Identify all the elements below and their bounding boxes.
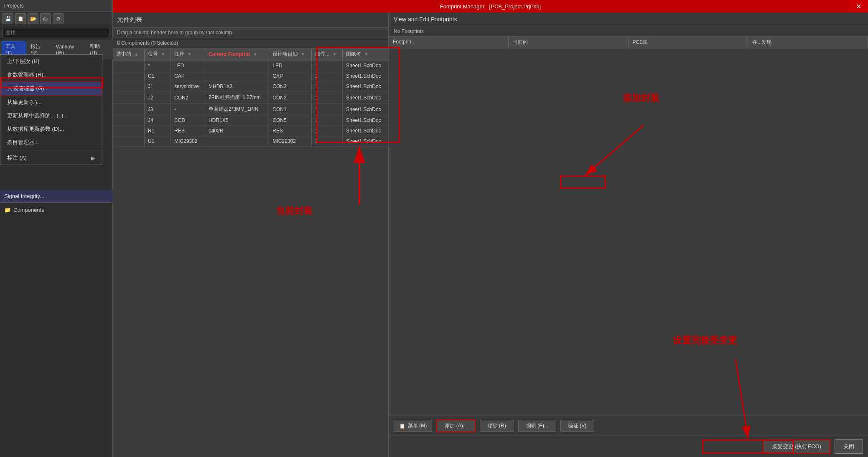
right-panel-columns: Footprin... 当前的 PCB库 在...发现 [389,37,868,48]
right-panel-content [389,48,868,416]
cell-part: 1 [312,92,343,104]
validate-button[interactable]: 验证 (V) [560,420,594,432]
menu-label: 菜单 (M) [408,422,427,429]
cell-design-id: CON1 [269,104,312,115]
sidebar-toolbar: 💾 📋 📂 🗂 ⚙ [0,12,112,26]
save-btn[interactable]: 💾 [3,13,13,24]
cell-comment: CCD [171,115,205,126]
cell-design-id: CAP [269,71,312,81]
table-row[interactable]: U1 MIC29302 MIC29302 1 Sheet1.SchDoc [113,136,388,147]
cell-comment: MIC29302 [171,136,205,147]
col-part: 部件... ▼ [312,48,343,60]
comp-panel-title: 元件列表 [117,16,142,23]
right-panel-status: No Footprints [389,26,868,37]
table-header-row: 选中的 ▲ 位号 ▼ 注释 ▼ Current Footprint ▼ 设计项目… [113,48,388,60]
cell-comment: RES [171,126,205,136]
cell-design-id: CON5 [269,115,312,126]
fm-titlebar: Footprint Manager - [PCB_Project.PrjPcb]… [113,0,868,13]
update-selected-label: 更新从库中选择的... (L)... [7,112,68,119]
menu-icon: 📋 [399,423,405,429]
cell-ref: R1 [145,126,171,136]
right-panel: View and Edit Footprints No Footprints F… [389,13,868,457]
menu-item-db-params[interactable]: 从数据库更新参数 (D)... [0,122,102,136]
fm-title: Footprint Manager - [PCB_Project.PrjPcb] [440,3,541,10]
cell-footprint: HDR1X5 [205,115,269,126]
cell-footprint: 2PIN杜邦插座_1.27mm [205,92,269,104]
right-panel-title: View and Edit Footprints [394,16,457,23]
comp-table[interactable]: 选中的 ▲ 位号 ▼ 注释 ▼ Current Footprint ▼ 设计项目… [113,48,388,457]
tree-icon: 📁 [4,207,11,213]
menu-item-item-manager[interactable]: 条目管理器... [0,136,102,149]
menu-item-layers[interactable]: 上/下层次 (H) [0,55,102,68]
open-btn[interactable]: 📂 [28,13,38,24]
add-button[interactable]: 添加 (A)... [436,419,475,432]
edit-button[interactable]: 编辑 (E)... [518,420,556,432]
close-icon: ✕ [856,3,861,10]
copy-btn[interactable]: 📋 [15,13,26,24]
cell-selected [113,71,145,81]
table-row[interactable]: J1 servo drive MHDR1X3 CON3 1 Sheet1.Sch… [113,81,388,92]
signal-integrity-item[interactable]: Signal Integrity... [0,190,113,203]
cell-design-id: CON3 [269,81,312,92]
cell-sheet: Sheet1.SchDoc [343,71,388,81]
tree-components-label: Components [13,207,44,213]
col-footprint-name: Footprin... [389,37,509,48]
annotation-label: 标注 (A) [7,154,27,162]
col-footprint: Current Footprint ▼ [205,48,269,60]
layers-label: 上/下层次 (H) [7,58,39,65]
settings-btn[interactable]: ⚙ [53,13,64,24]
menu-separator [0,150,102,150]
fm-bottom-bar: 接受变更 (执行ECO) 关闭 [389,436,868,457]
cell-comment: LED [171,60,205,71]
cell-selected [113,126,145,136]
col-selected: 选中的 ▲ [113,48,145,60]
cell-ref: J4 [145,115,171,126]
cell-ref: C1 [145,71,171,81]
menu-item-update-selected[interactable]: 更新从库中选择的... (L)... [0,109,102,122]
table-row[interactable]: R1 RES 0402R RES 1 Sheet1.SchDoc [113,126,388,136]
accept-changes-btn[interactable]: 接受变更 (执行ECO) [763,439,830,454]
annotation-arrow-icon: ▶ [91,155,95,161]
component-list-panel: 元件列表 Drag a column header here to group … [113,13,389,457]
close-btn[interactable]: 关闭 [835,439,863,454]
cell-sheet: Sheet1.SchDoc [343,92,388,104]
cell-ref: J1 [145,81,171,92]
menu-button[interactable]: 📋 菜单 (M) [394,420,432,432]
cell-sheet: Sheet1.SchDoc [343,60,388,71]
table-row[interactable]: J4 CCD HDR1X5 CON5 1 Sheet1.SchDoc [113,115,388,126]
search-input[interactable] [3,28,110,37]
cell-selected [113,136,145,147]
table-row[interactable]: * LED LED 1 Sheet1.SchDoc [113,60,388,71]
menu-item-footprint-manager[interactable]: 封装管理器 (G)... [0,81,102,96]
col-pcb-lib: PCB库 [629,37,748,48]
menu-item-annotation[interactable]: 标注 (A) ▶ [0,151,102,165]
tree-components[interactable]: 📁 Components [0,205,113,215]
fm-close-btn[interactable]: ✕ [849,0,868,13]
cell-design-id: MIC29302 [269,136,312,147]
table-row[interactable]: C1 CAP CAP 1 Sheet1.SchDoc [113,71,388,81]
cell-ref: U1 [145,136,171,147]
col-comment: 注释 ▼ [171,48,205,60]
cell-selected [113,92,145,104]
cell-design-id: LED [269,60,312,71]
cell-part: 1 [312,126,343,136]
table-row[interactable]: J2 CON2 2PIN杜邦插座_1.27mm CON2 1 Sheet1.Sc… [113,92,388,104]
table-row[interactable]: J3 - 单面焊盘2*3MM_1PIN CON1 1 Sheet1.SchDoc [113,104,388,115]
menu-item-params[interactable]: 参数管理器 (R)... [0,68,102,81]
sidebar-title: Projects [4,3,24,9]
comp-panel-subheader: Drag a column header here to group by th… [113,28,388,38]
menu-item-update-lib[interactable]: 从库更新 (L)... [0,96,102,109]
footprint-manager-window: Footprint Manager - [PCB_Project.PrjPcb]… [113,0,868,457]
right-panel-header: View and Edit Footprints [389,13,868,26]
folder-btn[interactable]: 🗂 [40,13,51,24]
cell-selected [113,60,145,71]
cell-comment: CAP [171,71,205,81]
fp-manager-label: 封装管理器 (G)... [8,85,48,92]
cell-footprint [205,71,269,81]
search-bar [0,26,112,39]
remove-button[interactable]: 移除 (R) [480,420,514,432]
cell-comment: CON2 [171,92,205,104]
comp-count: 8 Components (0 Selected) [113,38,388,48]
comp-panel-header: 元件列表 [113,13,388,28]
cell-ref: J3 [145,104,171,115]
